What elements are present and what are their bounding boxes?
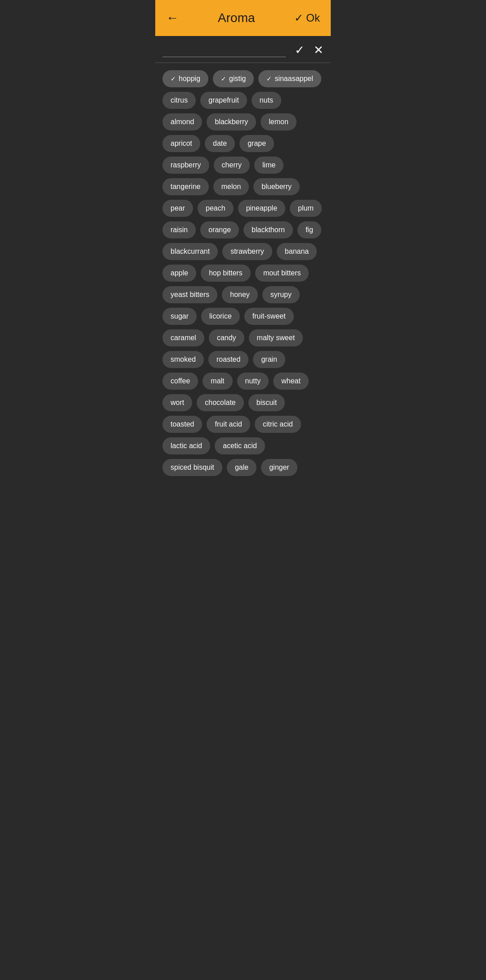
tag-label: nutty [245,377,261,385]
tag-blackthorn[interactable]: blackthorn [243,221,293,238]
tag-sinaasappel[interactable]: ✓sinaasappel [258,70,321,87]
clear-icon[interactable]: ✕ [314,43,324,57]
tag-blackcurrant[interactable]: blackcurrant [162,243,218,260]
tag-gale[interactable]: gale [227,459,256,476]
page-title: Aroma [179,11,294,25]
tag-label: coffee [171,377,190,385]
tag-lime[interactable]: lime [254,157,284,174]
tag-label: roasted [216,355,240,364]
tag-blackberry[interactable]: blackberry [207,113,256,130]
back-button[interactable]: ← [166,11,179,25]
tag-plum[interactable]: plum [290,200,322,217]
tag-lactic-acid[interactable]: lactic acid [162,437,210,454]
tag-label: strawberry [230,247,264,256]
tag-check-icon: ✓ [266,75,272,82]
tag-toasted[interactable]: toasted [162,416,202,433]
tag-acetic-acid[interactable]: acetic acid [215,437,265,454]
tag-wort[interactable]: wort [162,394,192,411]
tag-label: licorice [209,312,232,320]
tag-syrupy[interactable]: syrupy [262,286,300,303]
tag-strawberry[interactable]: strawberry [222,243,272,260]
tag-yeast-bitters[interactable]: yeast bitters [162,286,217,303]
tag-melon[interactable]: melon [213,178,249,195]
tag-label: caramel [171,334,196,342]
tag-citric-acid[interactable]: citric acid [255,416,301,433]
tag-label: fruit acid [215,420,242,428]
tag-mout-bitters[interactable]: mout bitters [255,265,309,282]
tag-label: toasted [171,420,194,428]
tag-label: apple [171,269,188,277]
tag-apricot[interactable]: apricot [162,135,200,152]
tag-gistig[interactable]: ✓gistig [213,70,254,87]
tag-label: peach [206,204,225,212]
tag-citrus[interactable]: citrus [162,92,196,109]
tag-hop-bitters[interactable]: hop bitters [201,265,251,282]
tag-label: biscuit [256,399,277,407]
tag-fig[interactable]: fig [297,221,321,238]
tag-biscuit[interactable]: biscuit [248,394,285,411]
tag-label: grain [261,355,277,364]
tag-label: yeast bitters [171,291,209,299]
tag-label: acetic acid [223,442,257,450]
tag-apple[interactable]: apple [162,265,196,282]
tag-label: raspberry [171,161,201,169]
search-input[interactable] [162,44,286,57]
tag-label: blueberry [261,183,292,191]
tag-ginger[interactable]: ginger [261,459,297,476]
tag-smoked[interactable]: smoked [162,351,204,368]
ok-button[interactable]: ✓ Ok [294,12,320,24]
tag-pineapple[interactable]: pineapple [238,200,285,217]
tag-almond[interactable]: almond [162,113,202,130]
tag-malty-sweet[interactable]: malty sweet [249,329,303,346]
tag-label: melon [221,183,241,191]
tag-label: smoked [171,355,196,364]
tag-chocolate[interactable]: chocolate [197,394,244,411]
tag-pear[interactable]: pear [162,200,193,217]
confirm-icon[interactable]: ✓ [295,43,305,57]
tag-candy[interactable]: candy [209,329,244,346]
tag-label: sinaasappel [274,75,313,83]
tag-label: nuts [260,96,273,104]
tag-sugar[interactable]: sugar [162,308,197,325]
tag-peach[interactable]: peach [198,200,234,217]
tag-spiced-bisquit[interactable]: spiced bisquit [162,459,222,476]
tag-banana[interactable]: banana [277,243,317,260]
tag-label: apricot [171,139,192,148]
tag-label: malt [211,377,224,385]
tag-licorice[interactable]: licorice [201,308,240,325]
tag-label: pineapple [246,204,277,212]
tag-orange[interactable]: orange [200,221,239,238]
tag-label: almond [171,118,194,126]
tag-label: banana [285,247,309,256]
tag-coffee[interactable]: coffee [162,373,198,390]
tag-label: fruit-sweet [252,312,286,320]
tag-label: blackcurrant [171,247,210,256]
tag-fruit-sweet[interactable]: fruit-sweet [244,308,294,325]
tag-label: syrupy [270,291,292,299]
tag-wheat[interactable]: wheat [273,373,309,390]
tag-grain[interactable]: grain [253,351,285,368]
tag-roasted[interactable]: roasted [208,351,248,368]
tag-lemon[interactable]: lemon [261,113,297,130]
tag-nutty[interactable]: nutty [237,373,269,390]
tag-nuts[interactable]: nuts [252,92,281,109]
tag-hoppig[interactable]: ✓hoppig [162,70,208,87]
tag-malt[interactable]: malt [202,373,232,390]
tag-tangerine[interactable]: tangerine [162,178,209,195]
tag-fruit-acid[interactable]: fruit acid [207,416,250,433]
tag-raspberry[interactable]: raspberry [162,157,209,174]
tag-label: honey [230,291,250,299]
tag-blueberry[interactable]: blueberry [253,178,300,195]
tag-grapefruit[interactable]: grapefruit [200,92,247,109]
tag-caramel[interactable]: caramel [162,329,204,346]
header: ← Aroma ✓ Ok [155,0,331,36]
tag-grape[interactable]: grape [239,135,274,152]
tag-date[interactable]: date [205,135,235,152]
tag-check-icon: ✓ [171,75,176,82]
tag-cherry[interactable]: cherry [214,157,250,174]
tag-honey[interactable]: honey [222,286,258,303]
tag-raisin[interactable]: raisin [162,221,196,238]
tag-label: sugar [171,312,189,320]
tag-label: blackberry [215,118,248,126]
tag-label: citrus [171,96,188,104]
